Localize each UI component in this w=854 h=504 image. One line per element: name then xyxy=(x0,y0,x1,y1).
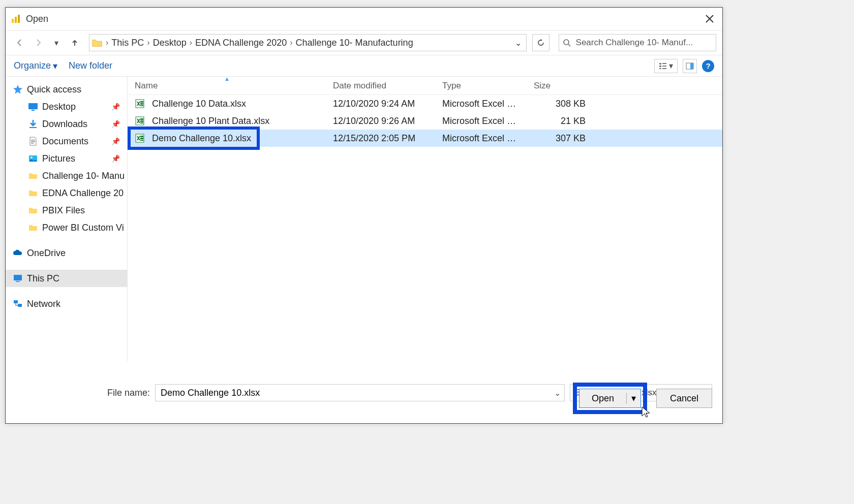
sidebar-label: PBIX Files xyxy=(42,205,85,216)
folder-icon xyxy=(28,188,38,198)
refresh-button[interactable] xyxy=(532,34,550,51)
dialog-body: Quick access Desktop📌 Downloads📌 Documen… xyxy=(6,77,722,361)
open-dropdown[interactable]: ▾ xyxy=(626,393,640,404)
col-name[interactable]: Name ▲ xyxy=(128,81,326,91)
svg-rect-1 xyxy=(15,17,17,23)
organize-button[interactable]: Organize ▾ xyxy=(14,60,57,72)
file-row[interactable]: Challenge 10 Data.xlsx 12/10/2020 9:24 A… xyxy=(128,95,722,112)
sidebar-label: Quick access xyxy=(27,84,81,95)
cancel-button[interactable]: Cancel xyxy=(656,389,712,408)
col-label: Size xyxy=(534,81,551,91)
titlebar: Open xyxy=(6,8,722,30)
breadcrumb-desktop[interactable]: Desktop xyxy=(150,38,190,48)
sidebar-item-pictures[interactable]: Pictures📌 xyxy=(6,150,127,167)
sidebar-label: EDNA Challenge 20 xyxy=(42,188,124,199)
breadcrumb-thispc[interactable]: This PC xyxy=(108,38,147,48)
file-name: Challenge 10 Plant Data.xlsx xyxy=(152,116,269,127)
help-button[interactable]: ? xyxy=(702,60,714,72)
sidebar-label: Challenge 10- Manu xyxy=(42,171,125,181)
svg-rect-17 xyxy=(31,143,34,144)
svg-point-3 xyxy=(564,40,569,45)
breadcrumb-challenge10[interactable]: Challenge 10- Manufacturing xyxy=(293,38,416,48)
svg-rect-30 xyxy=(140,120,143,122)
svg-rect-15 xyxy=(31,140,35,141)
downloads-icon xyxy=(28,119,38,129)
sidebar-item-desktop[interactable]: Desktop📌 xyxy=(6,98,127,115)
filename-label: File name: xyxy=(107,388,150,398)
sidebar-item-folder[interactable]: PBIX Files xyxy=(6,202,127,219)
open-button[interactable]: Open ▾ xyxy=(579,389,641,408)
col-size[interactable]: Size xyxy=(527,81,593,91)
close-button[interactable] xyxy=(697,8,722,30)
open-label: Open xyxy=(580,393,626,404)
file-name: Challenge 10 Data.xlsx xyxy=(152,99,246,109)
sidebar-thispc[interactable]: This PC xyxy=(6,270,127,287)
file-type: Microsoft Excel W... xyxy=(435,133,527,144)
search-icon xyxy=(559,39,575,47)
svg-rect-31 xyxy=(140,122,143,123)
address-dropdown[interactable]: ⌄ xyxy=(512,38,524,48)
col-type[interactable]: Type xyxy=(435,81,527,91)
organize-label: Organize xyxy=(14,60,51,71)
sidebar-label: Documents xyxy=(42,136,88,147)
onedrive-icon xyxy=(13,248,23,258)
sidebar-label: Desktop xyxy=(42,102,76,112)
network-icon xyxy=(13,299,23,309)
breadcrumb-edna[interactable]: EDNA Challenge 2020 xyxy=(192,38,290,48)
button-row: Open ▾ Cancel xyxy=(573,383,712,414)
file-date: 12/15/2020 2:05 PM xyxy=(326,133,435,144)
svg-rect-8 xyxy=(662,66,666,67)
svg-rect-26 xyxy=(140,103,143,105)
svg-rect-6 xyxy=(659,68,661,69)
svg-rect-4 xyxy=(659,63,661,65)
sidebar-item-downloads[interactable]: Downloads📌 xyxy=(6,115,127,133)
pin-icon: 📌 xyxy=(111,137,120,145)
chevron-down-icon[interactable]: ⌄ xyxy=(554,388,561,398)
svg-rect-9 xyxy=(662,68,666,69)
back-button[interactable] xyxy=(12,35,28,51)
nav-row: ▾ › This PC › Desktop › EDNA Challenge 2… xyxy=(6,30,722,55)
sidebar-onedrive[interactable]: OneDrive xyxy=(6,244,127,262)
newfolder-label: New folder xyxy=(69,60,112,71)
file-name: Demo Challenge 10.xlsx xyxy=(152,133,251,144)
newfolder-button[interactable]: New folder xyxy=(69,60,112,71)
file-type: Microsoft Excel W... xyxy=(435,116,527,127)
pin-icon: 📌 xyxy=(111,154,120,163)
file-date: 12/10/2020 9:26 AM xyxy=(326,116,435,127)
file-row[interactable]: Challenge 10 Plant Data.xlsx 12/10/2020 … xyxy=(128,112,722,130)
svg-rect-2 xyxy=(18,15,20,23)
address-bar[interactable]: › This PC › Desktop › EDNA Challenge 202… xyxy=(89,34,527,51)
star-icon xyxy=(13,84,23,94)
file-size: 21 KB xyxy=(527,116,593,127)
up-button[interactable] xyxy=(67,35,83,51)
desktop-icon xyxy=(28,102,38,112)
sidebar-item-documents[interactable]: Documents📌 xyxy=(6,133,127,150)
svg-rect-12 xyxy=(28,103,38,109)
filename-input[interactable] xyxy=(155,384,565,401)
view-button[interactable]: ▾ xyxy=(654,59,678,73)
recent-dropdown[interactable]: ▾ xyxy=(48,35,65,51)
sidebar-item-folder[interactable]: Power BI Custom Vi xyxy=(6,219,127,236)
chevron-down-icon: ▾ xyxy=(53,60,57,72)
svg-rect-11 xyxy=(690,63,693,69)
sidebar-item-folder[interactable]: EDNA Challenge 20 xyxy=(6,184,127,202)
excel-icon xyxy=(135,133,145,143)
svg-rect-13 xyxy=(32,110,35,111)
file-row[interactable]: Demo Challenge 10.xlsx 12/15/2020 2:05 P… xyxy=(128,130,722,147)
file-date: 12/10/2020 9:24 AM xyxy=(326,99,435,109)
forward-button[interactable] xyxy=(30,35,46,51)
search-box[interactable] xyxy=(559,34,716,51)
preview-pane-button[interactable] xyxy=(683,59,697,73)
sidebar-label: Power BI Custom Vi xyxy=(42,223,124,233)
sidebar-network[interactable]: Network xyxy=(6,295,127,312)
sidebar-label: Pictures xyxy=(42,153,75,164)
pin-icon: 📌 xyxy=(111,103,120,111)
col-date[interactable]: Date modified xyxy=(326,81,435,91)
sidebar-item-folder[interactable]: Challenge 10- Manu xyxy=(6,167,127,184)
cancel-label: Cancel xyxy=(670,393,698,404)
folder-icon xyxy=(28,171,38,181)
svg-rect-0 xyxy=(12,19,14,23)
search-input[interactable] xyxy=(575,37,716,48)
sidebar-quick-access[interactable]: Quick access xyxy=(6,81,127,98)
col-label: Type xyxy=(442,81,461,91)
